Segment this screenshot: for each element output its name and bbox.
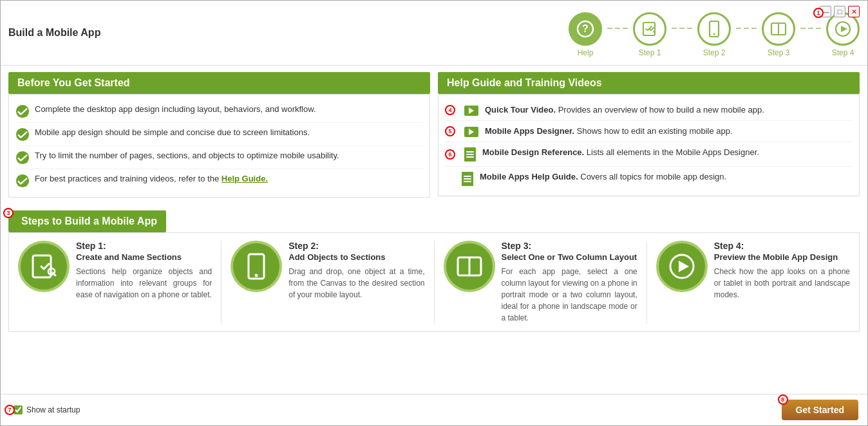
close-button[interactable]: ✕ (848, 6, 860, 17)
wizard-circle-3 (762, 12, 795, 46)
svg-marker-8 (841, 26, 847, 32)
help-item-5: 5 Mobile Apps Designer. Shows how to edi… (445, 121, 853, 142)
main-window: Build a Mobile App ? Help (0, 0, 868, 426)
doc-icon-2 (462, 172, 473, 186)
startup-check: 7 Show at startup (10, 405, 80, 414)
help-list: 4 Quick Tour Video. Provides an overview… (438, 94, 860, 196)
steps-grid: Step 1: Create and Name Sections Section… (8, 232, 860, 332)
help-item-guide: Mobile Apps Help Guide. Covers all topic… (445, 167, 853, 190)
wizard-label-1: Step 1 (639, 48, 661, 57)
help-item-text-5[interactable]: Mobile Apps Designer. Shows how to edit … (485, 125, 733, 137)
before-started-header: Before You Get Started (8, 72, 430, 94)
dashes-3 (735, 28, 758, 29)
wizard-label-2: Step 2 (703, 48, 726, 57)
help-guide-link[interactable]: Help Guide. (222, 174, 268, 183)
restore-button[interactable]: □ (834, 6, 845, 17)
footer-badge-8: 8 (778, 394, 788, 405)
window-controls: 1 — □ ✕ 2 (817, 6, 862, 17)
wizard-circle-1 (633, 12, 666, 46)
help-item-4: 4 Quick Tour Video. Provides an overview… (445, 100, 853, 121)
wizard-label-4: Step 4 (832, 48, 854, 57)
check-item-1: Complete the desktop app design includin… (15, 100, 423, 123)
step-text-2: Step 2: Add Objects to Sections Drag and… (288, 241, 424, 301)
wizard-step-1[interactable]: Step 1 (633, 12, 666, 57)
badge-3: 3 (3, 208, 14, 218)
help-item-6: 6 Mobile Design Reference. Lists all ele… (445, 142, 853, 167)
title-bar: Build a Mobile App ? Help (1, 1, 867, 66)
check-text-4: For best practices and training videos, … (35, 173, 268, 185)
get-started-button[interactable]: Get Started (782, 400, 858, 420)
wizard-circle-help: ? (569, 12, 602, 46)
dashes-2 (670, 28, 693, 29)
help-guide-header: Help Guide and Training Videos (438, 72, 860, 94)
steps-section: 3 Steps to Build a Mobile App (8, 210, 860, 332)
checkmark-icon-3 (15, 151, 30, 165)
help-item-text-guide[interactable]: Mobile Apps Help Guide. Covers all topic… (480, 171, 726, 183)
checkmark-icon-2 (15, 127, 30, 142)
check-item-2: Mobile app design should be simple and c… (15, 123, 423, 146)
check-text-3: Try to limit the number of pages, sectio… (35, 150, 339, 162)
svg-point-16 (255, 274, 258, 277)
step-icon-4 (656, 241, 708, 292)
help-item-text-6[interactable]: Mobile Design Reference. Lists all eleme… (482, 147, 759, 158)
startup-label: Show at startup (26, 405, 80, 414)
checkmark-icon-4 (15, 174, 30, 188)
show-at-startup-checkbox[interactable] (14, 405, 23, 414)
wizard-step-3[interactable]: Step 3 (762, 12, 795, 57)
badge-1: 1 (813, 8, 824, 18)
step-icon-2 (231, 241, 282, 292)
step-text-4: Step 4: Preview the Mobile App Design Ch… (714, 241, 850, 301)
get-started-container: 8 Get Started (782, 400, 858, 420)
svg-marker-20 (679, 261, 689, 272)
wizard-step-help[interactable]: ? Help (569, 12, 602, 57)
step-icon-3 (444, 241, 495, 292)
window-title: Build a Mobile App (8, 27, 100, 39)
step-col-1: Step 1: Create and Name Sections Section… (9, 241, 222, 324)
badge-6: 6 (445, 149, 455, 160)
wizard-label-help: Help (578, 48, 594, 57)
svg-text:?: ? (582, 23, 589, 34)
wizard-step-4[interactable]: Step 4 (826, 12, 860, 57)
video-icon-1 (464, 106, 478, 116)
checklist: Complete the desktop app design includin… (8, 94, 430, 198)
help-item-text-4[interactable]: Quick Tour Video. Provides an overview o… (485, 104, 764, 116)
badge-5: 5 (445, 126, 455, 136)
badge-4: 4 (445, 105, 455, 115)
step-icon-1 (18, 241, 70, 292)
dashes-4 (799, 28, 822, 29)
top-two-col: Before You Get Started Complete the desk… (8, 72, 860, 204)
dashes-1 (606, 28, 629, 29)
step-text-1: Step 1: Create and Name Sections Section… (76, 241, 212, 301)
doc-icon-1 (464, 147, 476, 162)
footer-badge-7: 7 (5, 405, 15, 415)
step-text-3: Step 3: Select One or Two Column Layout … (502, 241, 637, 324)
step-col-2: Step 2: Add Objects to Sections Drag and… (222, 241, 434, 324)
wizard-label-3: Step 3 (768, 48, 790, 57)
check-text-1: Complete the desktop app design includin… (35, 104, 316, 115)
video-icon-2 (464, 127, 478, 137)
main-content: Before You Get Started Complete the desk… (1, 66, 867, 394)
steps-header: Steps to Build a Mobile App (8, 210, 166, 232)
before-started-section: Before You Get Started Complete the desk… (8, 72, 430, 198)
step-col-4: Step 4: Preview the Mobile App Design Ch… (647, 241, 859, 324)
step-col-3: Step 3: Select One or Two Column Layout … (435, 241, 647, 324)
check-text-2: Mobile app design should be simple and c… (35, 127, 310, 138)
help-guide-section: Help Guide and Training Videos 4 Quick T… (438, 72, 860, 198)
svg-point-4 (713, 33, 715, 35)
wizard-circle-2 (697, 12, 731, 46)
footer: 7 Show at startup 8 Get Started (1, 394, 867, 425)
wizard-step-2[interactable]: Step 2 (697, 12, 731, 57)
check-item-4: For best practices and training videos, … (15, 169, 423, 192)
checkmark-icon-1 (15, 104, 30, 118)
check-item-3: Try to limit the number of pages, sectio… (15, 146, 423, 169)
